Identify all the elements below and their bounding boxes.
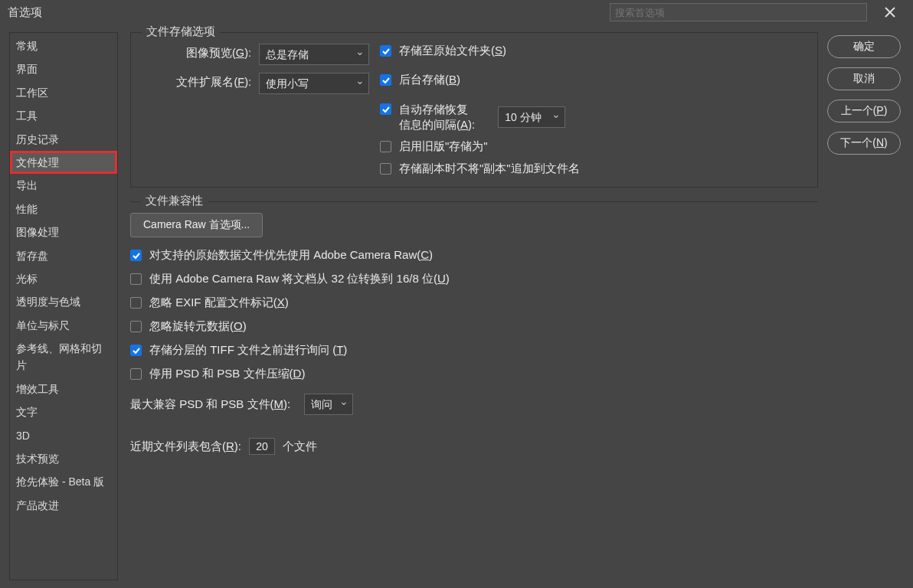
sidebar-item-workspace[interactable]: 工作区	[10, 81, 117, 104]
sidebar-item-tools[interactable]: 工具	[10, 104, 117, 127]
fieldset-legend-saving: 文件存储选项	[142, 24, 220, 39]
titlebar: 首选项	[0, 0, 913, 24]
cancel-button[interactable]: 取消	[827, 67, 901, 90]
select-max-psd-compat[interactable]: 询问	[304, 394, 353, 415]
camera-raw-prefs-button[interactable]: Camera Raw 首选项...	[130, 213, 263, 237]
sidebar-item-performance[interactable]: 性能	[10, 198, 117, 220]
label-ignore-rotation: 忽略旋转元数据(O)	[149, 319, 247, 334]
sidebar-item-units[interactable]: 单位与标尺	[10, 314, 117, 337]
sidebar-item-scratch-disks[interactable]: 暂存盘	[10, 244, 117, 267]
sidebar-item-history[interactable]: 历史记录	[10, 128, 117, 151]
label-auto-save: 自动存储恢复 信息的间隔(A):	[399, 102, 475, 132]
next-button[interactable]: 下一个(N)	[827, 132, 901, 155]
fieldset-legend-compat: 文件兼容性	[141, 194, 208, 208]
label-save-original: 存储至原始文件夹(S)	[399, 44, 506, 58]
label-recent-suffix: 个文件	[283, 439, 317, 454]
sidebar-item-guides[interactable]: 参考线、网格和切片	[10, 337, 117, 377]
fieldset-file-saving: 文件存储选项 图像预览(G): 总是存储 存储至原始文件夹(S)	[130, 32, 818, 188]
fieldset-file-compatibility: 文件兼容性 Camera Raw 首选项... 对支持的原始数据文件优先使用 A…	[130, 201, 818, 466]
label-recent-files: 近期文件列表包含(R):	[130, 439, 241, 454]
select-image-preview[interactable]: 总是存储	[259, 44, 369, 65]
sidebar-item-transparency[interactable]: 透明度与色域	[10, 290, 117, 313]
label-acr-32bit: 使用 Adobe Camera Raw 将文档从 32 位转换到 16/8 位(…	[149, 272, 450, 286]
checkbox-prefer-acr[interactable]	[130, 250, 142, 261]
sidebar-item-beta[interactable]: 抢先体验 - Beta 版	[10, 470, 117, 493]
checkbox-disable-psd-compression[interactable]	[130, 368, 142, 380]
checkbox-save-original-folder[interactable]	[380, 45, 391, 57]
checkbox-no-copy-suffix[interactable]	[380, 163, 391, 175]
select-auto-save-interval[interactable]: 10 分钟	[498, 106, 565, 128]
sidebar: 常规 界面 工作区 工具 历史记录 文件处理 导出 性能 图像处理 暂存盘 光标…	[9, 32, 118, 580]
sidebar-item-tech-preview[interactable]: 技术预览	[10, 447, 117, 470]
checkbox-ignore-rotation[interactable]	[130, 321, 142, 332]
select-file-extension[interactable]: 使用小写	[259, 73, 369, 94]
checkbox-legacy-save-as[interactable]	[380, 141, 391, 152]
sidebar-item-interface[interactable]: 界面	[10, 57, 117, 80]
checkbox-ignore-exif[interactable]	[130, 297, 142, 309]
prev-button[interactable]: 上一个(P)	[827, 100, 901, 122]
sidebar-item-cursors[interactable]: 光标	[10, 267, 117, 290]
label-prefer-acr: 对支持的原始数据文件优先使用 Adobe Camera Raw(C)	[149, 248, 433, 263]
checkbox-acr-32bit[interactable]	[130, 273, 142, 285]
label-legacy-save-as: 启用旧版"存储为"	[399, 139, 488, 154]
label-ignore-exif: 忽略 EXIF 配置文件标记(X)	[149, 296, 289, 310]
checkbox-auto-save[interactable]	[380, 103, 391, 115]
label-tiff-ask: 存储分层的 TIFF 文件之前进行询问 (T)	[149, 343, 347, 358]
label-no-copy-suffix: 存储副本时不将"副本"追加到文件名	[399, 162, 580, 176]
sidebar-item-image-processing[interactable]: 图像处理	[10, 220, 117, 243]
sidebar-item-3d[interactable]: 3D	[10, 424, 117, 447]
label-background-save: 后台存储(B)	[399, 73, 460, 87]
label-file-extension: 文件扩展名(F):	[140, 73, 259, 90]
sidebar-item-type[interactable]: 文字	[10, 400, 117, 423]
sidebar-item-file-handling[interactable]: 文件处理	[10, 151, 117, 174]
checkbox-tiff-ask[interactable]	[130, 345, 142, 356]
label-image-preview: 图像预览(G):	[140, 44, 259, 60]
input-recent-count[interactable]	[249, 438, 275, 455]
sidebar-item-general[interactable]: 常规	[10, 34, 117, 57]
sidebar-item-product-improvement[interactable]: 产品改进	[10, 494, 117, 517]
label-max-psd-compat: 最大兼容 PSD 和 PSB 文件(M):	[130, 397, 290, 412]
sidebar-item-export[interactable]: 导出	[10, 174, 117, 197]
search-input[interactable]	[610, 3, 867, 21]
ok-button[interactable]: 确定	[827, 35, 901, 58]
label-disable-psd-compression: 停用 PSD 和 PSB 文件压缩(D)	[149, 367, 305, 381]
window-title: 首选项	[8, 5, 42, 20]
checkbox-background-save[interactable]	[380, 74, 391, 86]
sidebar-item-plugins[interactable]: 增效工具	[10, 377, 117, 400]
close-icon[interactable]	[875, 0, 905, 24]
